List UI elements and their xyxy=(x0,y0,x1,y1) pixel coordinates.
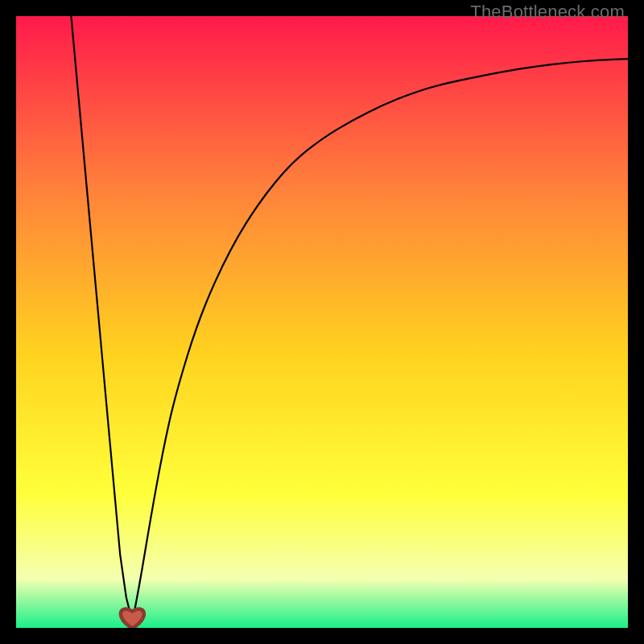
watermark-text: TheBottleneck.com xyxy=(470,2,625,23)
gradient-background xyxy=(16,16,628,628)
chart-svg xyxy=(16,16,628,628)
minimum-marker xyxy=(122,611,142,626)
plot-area xyxy=(16,16,628,628)
chart-frame: TheBottleneck.com xyxy=(0,0,644,644)
